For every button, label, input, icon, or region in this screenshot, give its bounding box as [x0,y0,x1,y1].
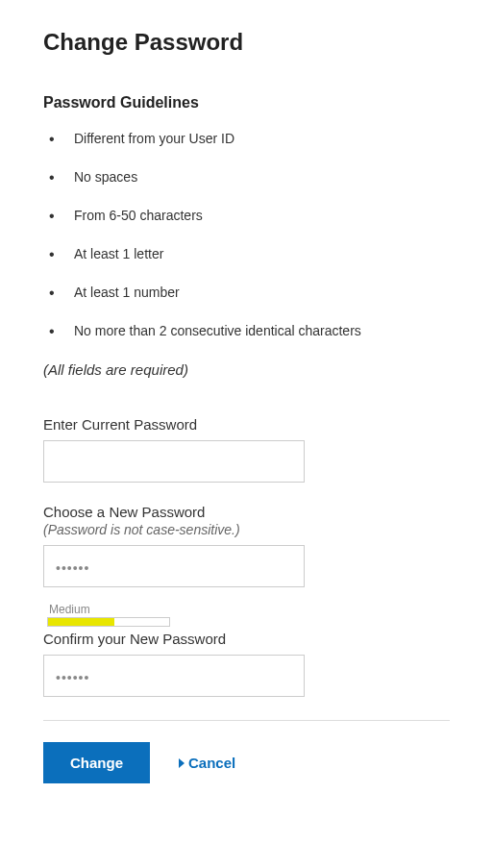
strength-fill [48,618,114,626]
guidelines-list: Different from your User ID No spaces Fr… [43,131,450,338]
new-password-input[interactable] [43,545,305,587]
strength-bar [47,617,170,627]
list-item: From 6-50 characters [43,208,450,223]
divider [43,720,450,721]
confirm-password-input[interactable] [43,655,305,697]
list-item: Different from your User ID [43,131,450,146]
list-item: No spaces [43,169,450,185]
list-item: At least 1 letter [43,246,450,261]
confirm-password-group: Confirm your New Password [43,631,450,697]
cancel-label: Cancel [188,755,235,771]
guidelines-heading: Password Guidelines [43,94,450,112]
current-password-input[interactable] [43,440,305,483]
strength-label: Medium [49,603,450,616]
cancel-link[interactable]: Cancel [179,755,235,771]
new-password-label: Choose a New Password [43,504,450,520]
confirm-password-label: Confirm your New Password [43,631,450,647]
list-item: At least 1 number [43,285,450,300]
required-note: (All fields are required) [43,361,450,378]
current-password-label: Enter Current Password [43,416,450,433]
page-title: Change Password [43,29,450,56]
password-strength: Medium [43,603,450,627]
list-item: No more than 2 consecutive identical cha… [43,323,450,338]
current-password-group: Enter Current Password [43,416,450,483]
new-password-hint: (Password is not case-sensitive.) [43,522,450,537]
caret-right-icon [179,758,185,768]
change-button[interactable]: Change [43,742,150,783]
button-row: Change Cancel [43,742,450,783]
new-password-group: Choose a New Password (Password is not c… [43,504,450,627]
